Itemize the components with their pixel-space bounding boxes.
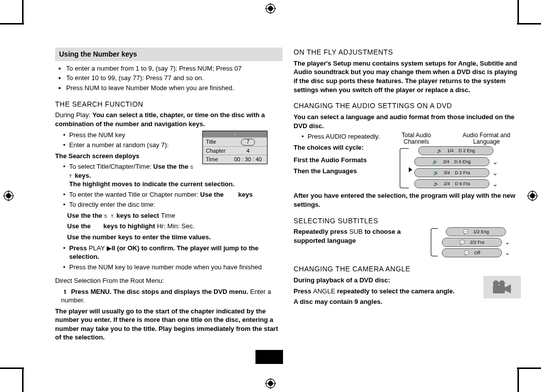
arrow-right-icon	[409, 167, 412, 172]
text: Press	[294, 287, 313, 295]
chip-fmt: D 2 Eng	[458, 148, 475, 154]
svg-point-19	[499, 280, 505, 286]
chip-num: 3/4	[444, 170, 450, 176]
list-item: To enter the wanted Title or Chapter num…	[63, 190, 283, 199]
direct-selection-heading: Direct Selection From the Root Menu:	[55, 276, 283, 285]
audio-steps: Press AUDIO repeatedly.	[302, 132, 521, 141]
crop-mark	[517, 0, 519, 24]
number-keys-list: To enter a number from 1 to 9, (say 7): …	[63, 64, 283, 93]
chevron-down-icon: ⌄	[492, 169, 498, 178]
after-enter: After you have entered the selection, th…	[294, 191, 521, 209]
play-pause-icon: ▶II	[107, 244, 115, 252]
search-intro: During Play: You can select a title, cha…	[55, 111, 283, 128]
list-item: Press PLAY ▶II (or OK) to confirm. The p…	[63, 244, 283, 261]
search-final: Press PLAY ▶II (or OK) to confirm. The p…	[63, 244, 283, 272]
page-content: Using the Number keys To enter a number …	[55, 48, 521, 352]
list-item: To select Title/Chapter/Time: Use the th…	[63, 162, 283, 189]
audio-heading: CHANGING THE AUDIO SETTINGS ON A DVD	[294, 101, 521, 111]
number-keys-heading: Using the Number keys	[55, 48, 283, 61]
text: The highlight moves to indicate the curr…	[69, 180, 234, 188]
text: ANGLE	[313, 287, 335, 295]
audio-intro: You can select a language and audio form…	[294, 113, 521, 130]
subtitle-diagram: 💬1/2 Eng 💬2/2 Fra⌄ 💬Off⌄	[431, 227, 521, 257]
text: SUB	[349, 228, 363, 235]
crop-mark	[22, 0, 24, 24]
list-item: Press the NUM key to leave number mode w…	[63, 263, 283, 272]
list-item: To directly enter the disc time:	[63, 200, 283, 209]
camera-icon	[483, 276, 521, 298]
chevron-down-icon: ⌄	[492, 180, 498, 189]
registration-mark-icon	[3, 190, 14, 201]
text: keys.	[75, 172, 91, 179]
text: repeatedly to select the camera angle.	[335, 287, 454, 295]
chevron-down-icon: ⌄	[492, 158, 498, 167]
search-details: To select Title/Chapter/Time: Use the th…	[63, 162, 283, 209]
direct-selection-tail: The player will usually go to the start …	[55, 307, 283, 342]
text: Use the number keys to enter the tiime v…	[67, 233, 283, 242]
text: keys to select	[115, 212, 161, 219]
registration-mark-icon	[527, 190, 538, 201]
page-number-block	[255, 350, 283, 364]
text: Use the the	[153, 163, 188, 170]
text: Use the the	[67, 212, 104, 219]
chip-fmt: D 6 Eng	[454, 159, 471, 165]
onfly-body: The player's Setup menu contains system …	[294, 59, 521, 94]
chip-text: Off	[474, 250, 480, 256]
chip-fmt: D 2 Fra	[455, 170, 470, 176]
chip-num: 2/4	[443, 159, 449, 165]
chevron-down-icon: ⌄	[505, 238, 510, 246]
onfly-heading: ON THE FLY ADJUSTMENTS	[294, 48, 521, 57]
list-item: Enter a number at random (say 7):	[63, 141, 283, 150]
text: To select Title/Chapter/Time:	[69, 163, 153, 170]
svg-rect-16	[493, 285, 505, 293]
crop-mark	[517, 368, 519, 392]
svg-marker-17	[505, 284, 511, 293]
list-item: To enter a number from 1 to 9, (say 7): …	[66, 64, 283, 73]
text: To enter the wanted Title or Chapter num…	[69, 191, 200, 198]
crop-mark	[517, 23, 541, 25]
registration-mark-icon	[265, 3, 276, 14]
chip-fmt: D 6 Fra	[455, 181, 470, 187]
chip-num: 2/4	[444, 181, 450, 187]
text: Use the	[67, 222, 91, 230]
text: keys	[238, 191, 252, 198]
chevron-down-icon: ⌄	[505, 249, 510, 257]
crop-mark	[22, 368, 24, 392]
angle-heading: CHANGING THE CAMERA ANGLE	[294, 264, 521, 274]
text: Hr: Min: Sec.	[157, 222, 194, 230]
crop-mark	[0, 23, 24, 25]
direct-selection-step: t Press MENU. The disc stops and display…	[61, 287, 283, 305]
subtitle-heading: SELECTING SUBTITLES	[294, 216, 521, 226]
text: Press MENU. The disc stops and displays …	[71, 288, 248, 295]
text: PLAY	[89, 244, 107, 252]
text: Use the	[200, 191, 224, 198]
text: Time	[161, 212, 175, 219]
svg-point-18	[493, 280, 499, 286]
chip-text: 2/2 Fra	[470, 239, 484, 245]
chip-text: 1/2 Eng	[473, 229, 489, 235]
left-column: Using the Number keys To enter a number …	[55, 48, 286, 352]
list-item: Press the NUM key	[63, 131, 283, 140]
search-heading: THE SEARCH FUNCTION	[55, 100, 283, 109]
angle-body3: A disc may contain 9 angles.	[294, 297, 521, 306]
registration-mark-icon	[265, 378, 276, 389]
right-column: ON THE FLY ADJUSTMENTS The player's Setu…	[291, 48, 521, 352]
crop-mark	[0, 367, 24, 369]
crop-mark	[517, 367, 541, 369]
time-substeps: Use the the s t keys to select Time Use …	[67, 211, 283, 242]
list-item: To enter 10 to 99, (say 77): Press 77 an…	[66, 74, 283, 83]
text: Repeatedly press	[294, 228, 349, 235]
text: keys to highlight	[103, 222, 157, 230]
list-item: Press NUM to leave Number Mode when you …	[66, 84, 283, 93]
label: During Play:	[55, 111, 92, 119]
chip-num: 1/4	[447, 148, 454, 154]
list-item: Press AUDIO repeatedly.	[302, 132, 521, 141]
text: Press	[69, 244, 89, 252]
